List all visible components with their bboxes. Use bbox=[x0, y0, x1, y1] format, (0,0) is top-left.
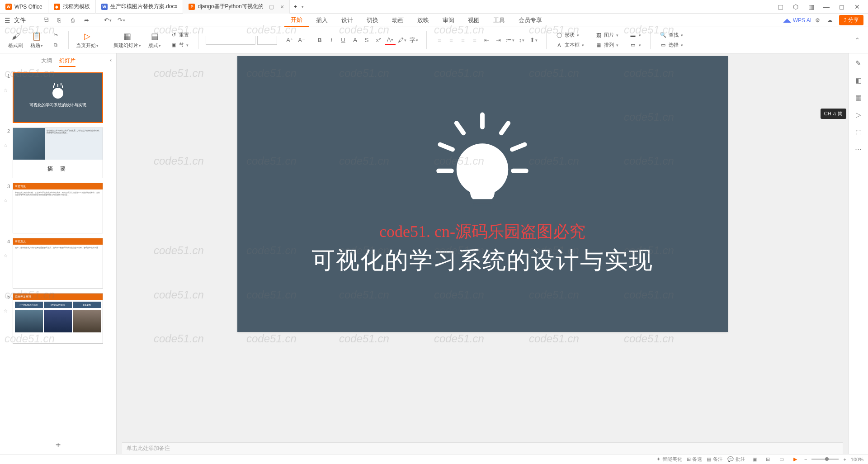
notes-bar[interactable]: 单击此处添加备注 bbox=[122, 442, 843, 454]
shape-button[interactable]: ◯形状▾ bbox=[554, 31, 586, 40]
minimize-button[interactable]: — bbox=[820, 1, 833, 12]
notebook-icon[interactable]: ▥ bbox=[805, 1, 817, 12]
text-direction-icon[interactable]: ⬍▾ bbox=[528, 35, 539, 45]
align-left-icon[interactable]: ≡ bbox=[434, 35, 445, 45]
star-icon[interactable]: ☆ bbox=[4, 189, 9, 203]
align-right-icon[interactable]: ≡ bbox=[458, 35, 468, 45]
transition-icon[interactable]: ▷ bbox=[852, 109, 865, 121]
object-icon[interactable]: ⬚ bbox=[852, 126, 865, 138]
cloud-icon[interactable]: ☁ bbox=[825, 15, 835, 25]
find-button[interactable]: 🔍查找▾ bbox=[658, 31, 685, 40]
add-slide-button[interactable]: + bbox=[0, 436, 116, 454]
slideshow-view-icon[interactable]: ▶ bbox=[791, 456, 800, 463]
align-center-icon[interactable]: ≡ bbox=[446, 35, 457, 45]
normal-view-icon[interactable]: ▣ bbox=[750, 456, 759, 463]
notes-toggle[interactable]: ▤备注 bbox=[707, 456, 723, 463]
char-format-icon[interactable]: 字▾ bbox=[408, 35, 419, 45]
maximize-button[interactable]: ◻ bbox=[835, 1, 848, 12]
tab-design[interactable]: 设计 bbox=[335, 14, 359, 27]
increase-font-icon[interactable]: A⁺ bbox=[284, 35, 295, 45]
star-icon[interactable]: ☆ bbox=[4, 134, 9, 148]
tab-tools[interactable]: 工具 bbox=[487, 14, 511, 27]
zoom-slider[interactable] bbox=[811, 459, 839, 460]
close-window-button[interactable]: ✕ bbox=[851, 1, 863, 12]
tab-review[interactable]: 审阅 bbox=[436, 14, 461, 27]
bullet-list-icon[interactable]: ≔▾ bbox=[505, 35, 515, 45]
settings-icon[interactable]: ⚙ bbox=[815, 17, 820, 24]
superscript-icon[interactable]: x² bbox=[373, 35, 384, 45]
tab-slideshow[interactable]: 放映 bbox=[411, 14, 435, 27]
format-painter-button[interactable]: 🖌 格式刷 bbox=[8, 31, 23, 49]
collapse-panel-icon[interactable]: ‹ bbox=[110, 57, 112, 63]
zoom-out-button[interactable]: − bbox=[804, 457, 807, 462]
font-color-icon[interactable]: A▾ bbox=[385, 35, 396, 45]
new-slide-button[interactable]: ▦ 新建幻灯片▾ bbox=[113, 31, 141, 49]
outline-tab[interactable]: 大纲 bbox=[41, 57, 52, 67]
style-icon[interactable]: ◧ bbox=[852, 74, 865, 87]
workspace-icon[interactable]: ▢ bbox=[774, 1, 787, 12]
app-tab-wps[interactable]: W WPS Office bbox=[0, 0, 48, 14]
thumbnail-2[interactable]: 随着信息技术和网络技术的飞速发展，人类已进入全新信息化时代。传统管理技术已无法高… bbox=[13, 128, 103, 178]
layout-button[interactable]: ▤ 版式▾ bbox=[148, 31, 161, 49]
undo-button[interactable]: ↶▾ bbox=[103, 15, 113, 25]
thumbnail-1[interactable]: 可视化的学习系统的设计与实现 bbox=[13, 72, 103, 123]
print-preview-icon[interactable]: ⎘ bbox=[54, 15, 64, 25]
star-icon[interactable]: ☆ bbox=[4, 244, 9, 258]
decrease-font-icon[interactable]: A⁻ bbox=[296, 35, 307, 45]
slides-tab[interactable]: 幻灯片 bbox=[59, 57, 75, 67]
app-tab-doc[interactable]: W 生产印模图片替换方案.docx bbox=[96, 0, 184, 14]
reset-button[interactable]: ↺重置 bbox=[168, 31, 191, 40]
print-icon[interactable]: ⎙ bbox=[68, 15, 78, 25]
select-button[interactable]: ▭选择▾ bbox=[658, 41, 685, 50]
font-family-select[interactable] bbox=[206, 36, 255, 45]
collapse-ribbon-icon[interactable]: ⌃ bbox=[852, 35, 863, 45]
highlight-icon[interactable]: 🖍▾ bbox=[396, 35, 407, 45]
picture-button[interactable]: 🖼图片▾ bbox=[593, 31, 620, 40]
tab-view[interactable]: 视图 bbox=[462, 14, 486, 27]
close-tab-icon[interactable]: × bbox=[280, 3, 284, 10]
underline-icon[interactable]: U bbox=[338, 35, 349, 45]
section-button[interactable]: ▣节▾ bbox=[168, 41, 191, 50]
tab-start[interactable]: 开始 bbox=[284, 14, 309, 27]
font-size-select[interactable] bbox=[257, 36, 277, 45]
package-icon[interactable]: ⬡ bbox=[789, 1, 802, 12]
comments-toggle[interactable]: 💬批注 bbox=[727, 456, 745, 463]
app-tab-template[interactable]: ◆ 找稻壳模板 bbox=[48, 0, 96, 14]
strikethrough-icon[interactable]: S bbox=[361, 35, 372, 45]
copy-button[interactable]: ⧉ bbox=[50, 41, 61, 50]
thumbnail-5[interactable]: 系统开发环境 PYTHON语言简介 MySQL数据库 B/S架构 bbox=[13, 293, 103, 344]
export-icon[interactable]: ➦ bbox=[81, 15, 91, 25]
textbox-button[interactable]: A文本框▾ bbox=[554, 41, 586, 50]
wps-ai-button[interactable]: ◢◣ WPS AI ⚙ bbox=[783, 17, 820, 24]
thumbnail-4[interactable]: 研究意义 现今，越来越多的人乐于选择合适的管理方式，但由于一般管理往往存在信息不… bbox=[13, 238, 103, 289]
zoom-value[interactable]: 100% bbox=[851, 457, 863, 462]
save-icon[interactable]: 🖫 bbox=[41, 15, 51, 25]
add-tab-button[interactable]: + ▾ bbox=[290, 0, 308, 14]
arrange-button[interactable]: ▦排列▾ bbox=[593, 41, 620, 50]
sorter-view-icon[interactable]: ⊞ bbox=[764, 456, 773, 463]
tab-transition[interactable]: 切换 bbox=[360, 14, 385, 27]
fill-button[interactable]: ▬▾ bbox=[627, 31, 643, 40]
indent-decrease-icon[interactable]: ⇤ bbox=[481, 35, 492, 45]
slide-canvas[interactable]: code51. cn-源码乐园盗图必究 可视化的学习系统的设计与实现 bbox=[237, 56, 728, 332]
fullscreen-tab-icon[interactable]: ▢ bbox=[269, 4, 274, 10]
redo-button[interactable]: ↷▾ bbox=[116, 15, 126, 25]
more-icon[interactable]: ⋯ bbox=[852, 143, 865, 156]
zoom-in-button[interactable]: + bbox=[843, 457, 846, 462]
from-current-button[interactable]: ▷ 当页开始▾ bbox=[76, 31, 99, 49]
star-icon[interactable]: ☆ bbox=[4, 79, 9, 93]
italic-icon[interactable]: I bbox=[326, 35, 337, 45]
tab-insert[interactable]: 插入 bbox=[310, 14, 334, 27]
paste-button[interactable]: 📋 粘贴▾ bbox=[30, 31, 43, 49]
template-icon[interactable]: ▦ bbox=[852, 91, 865, 104]
star-icon[interactable]: ☆ bbox=[4, 299, 9, 313]
tab-animation[interactable]: 动画 bbox=[386, 14, 410, 27]
align-justify-icon[interactable]: ≡ bbox=[469, 35, 480, 45]
border-button[interactable]: ▭▾ bbox=[627, 41, 643, 50]
line-spacing-icon[interactable]: ↕▾ bbox=[516, 35, 527, 45]
reading-view-icon[interactable]: ▭ bbox=[777, 456, 786, 463]
hamburger-icon[interactable]: ☰ bbox=[5, 17, 10, 24]
thumbnail-3[interactable]: 研究背景 中国已步入网络化时代，互联网和手机的普及率持续升高，网站已成为人们生活… bbox=[13, 183, 103, 233]
indent-increase-icon[interactable]: ⇥ bbox=[493, 35, 504, 45]
strike-icon[interactable]: A̵ bbox=[349, 35, 360, 45]
